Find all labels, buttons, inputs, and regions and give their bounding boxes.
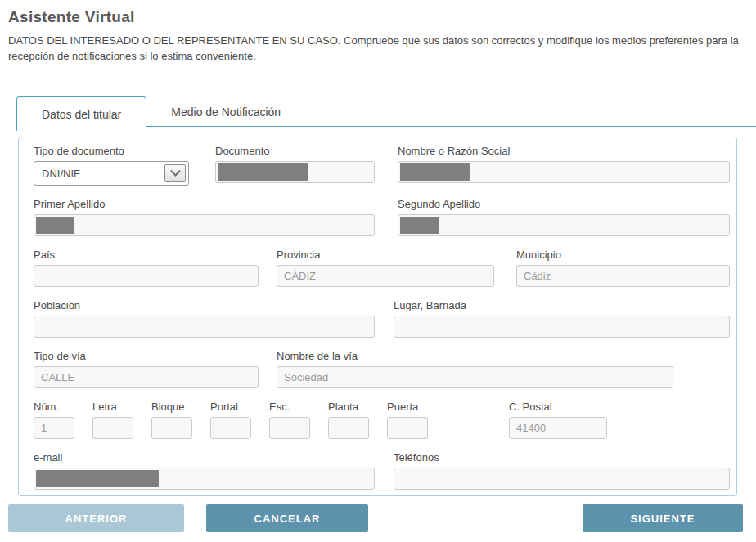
titular-form-panel: Tipo de documento DNI/NIF Documento Nomb… — [18, 137, 737, 496]
segundo-apellido-label: Segundo Apellido — [398, 198, 730, 210]
asistente-virtual-page: Asistente Virtual DATOS DEL INTERESADO O… — [0, 0, 756, 542]
lugar-barriada-field: Lugar, Barriada — [394, 299, 730, 338]
esc-label: Esc. — [269, 401, 310, 413]
form-row-4: Población Lugar, Barriada — [34, 299, 730, 338]
portal-input[interactable] — [210, 417, 251, 439]
municipio-label: Municipio — [516, 249, 730, 261]
tipo-documento-selected-value: DNI/NIF — [42, 168, 80, 180]
redaction-block — [36, 470, 159, 487]
pais-input[interactable] — [34, 265, 259, 287]
telefonos-field: Teléfonos — [394, 451, 730, 490]
portal-field: Portal — [210, 401, 251, 439]
form-row-6: Núm. Letra Bloque Portal Esc. Planta — [34, 401, 730, 439]
tipo-via-label: Tipo de vía — [34, 350, 259, 362]
municipio-field: Municipio — [516, 249, 730, 287]
telefonos-input[interactable] — [394, 468, 730, 490]
nombre-razon-social-field: Nombre o Razón Social — [398, 145, 730, 183]
bloque-label: Bloque — [151, 401, 192, 413]
bloque-input[interactable] — [151, 417, 192, 439]
redaction-block — [400, 217, 439, 234]
tipo-via-input[interactable] — [34, 366, 259, 388]
redaction-block — [400, 163, 470, 181]
num-field: Núm. — [34, 401, 74, 439]
anterior-button[interactable]: ANTERIOR — [8, 504, 184, 532]
portal-label: Portal — [210, 401, 251, 413]
lugar-barriada-input[interactable] — [394, 316, 730, 338]
provincia-input[interactable] — [277, 265, 494, 287]
segundo-apellido-field: Segundo Apellido — [398, 198, 730, 236]
telefonos-label: Teléfonos — [394, 451, 730, 464]
num-label: Núm. — [34, 401, 74, 413]
segundo-apellido-input[interactable] — [398, 214, 730, 236]
bloque-field: Bloque — [151, 401, 192, 439]
lugar-barriada-label: Lugar, Barriada — [394, 299, 730, 311]
nombre-via-field: Nombre de la vía — [277, 350, 673, 388]
email-label: e-mail — [34, 451, 375, 464]
poblacion-input[interactable] — [34, 316, 375, 338]
nombre-razon-social-label: Nombre o Razón Social — [398, 145, 730, 157]
tipo-documento-select[interactable]: DNI/NIF — [34, 161, 189, 186]
chevron-down-icon[interactable] — [164, 164, 186, 182]
municipio-input[interactable] — [516, 265, 730, 287]
puerta-field: Puerta — [387, 401, 428, 439]
tab-label: Datos del titular — [42, 108, 121, 121]
documento-input[interactable] — [215, 161, 375, 183]
provincia-field: Provincia — [277, 249, 494, 287]
c-postal-label: C. Postal — [509, 401, 607, 413]
puerta-input[interactable] — [387, 417, 428, 439]
siguiente-button[interactable]: SIGUIENTE — [583, 504, 743, 532]
c-postal-input[interactable] — [509, 417, 607, 439]
email-input[interactable] — [34, 468, 375, 490]
form-row-5: Tipo de vía Nombre de la vía — [34, 350, 730, 388]
redaction-block — [36, 217, 74, 234]
tipo-documento-label: Tipo de documento — [34, 145, 189, 157]
esc-field: Esc. — [269, 401, 310, 439]
footer-button-bar: ANTERIOR CANCELAR SIGUIENTE — [0, 504, 756, 532]
nombre-razon-social-input[interactable] — [398, 161, 730, 183]
documento-label: Documento — [215, 145, 375, 157]
letra-label: Letra — [92, 401, 133, 413]
planta-field: Planta — [328, 401, 369, 439]
planta-label: Planta — [328, 401, 369, 413]
letra-input[interactable] — [92, 417, 133, 439]
poblacion-field: Población — [34, 299, 375, 338]
redaction-block — [218, 163, 308, 181]
tipo-via-field: Tipo de vía — [34, 350, 259, 388]
form-row-2: Primer Apellido Segundo Apellido — [34, 198, 730, 236]
nombre-via-label: Nombre de la vía — [277, 350, 673, 362]
primer-apellido-input[interactable] — [34, 214, 375, 236]
email-field: e-mail — [34, 451, 375, 490]
tab-bar: Datos del titular Medio de Notificación — [16, 96, 756, 127]
documento-field: Documento — [215, 145, 375, 183]
page-title: Asistente Virtual — [8, 8, 135, 26]
c-postal-field: C. Postal — [509, 401, 607, 439]
tab-label: Medio de Notificación — [171, 105, 281, 119]
pais-label: País — [34, 249, 259, 261]
form-row-7: e-mail Teléfonos — [34, 451, 730, 490]
num-input[interactable] — [34, 417, 74, 439]
primer-apellido-label: Primer Apellido — [34, 198, 375, 210]
page-description: DATOS DEL INTERESADO O DEL REPRESENTANTE… — [8, 33, 749, 64]
form-row-3: País Provincia Municipio — [34, 249, 730, 287]
tipo-documento-field: Tipo de documento DNI/NIF — [34, 145, 189, 186]
letra-field: Letra — [92, 401, 133, 439]
poblacion-label: Población — [34, 299, 375, 311]
provincia-label: Provincia — [277, 249, 494, 261]
tab-datos-del-titular[interactable]: Datos del titular — [16, 96, 146, 131]
esc-input[interactable] — [269, 417, 310, 439]
form-row-1: Tipo de documento DNI/NIF Documento Nomb… — [34, 145, 730, 186]
tab-medio-de-notificacion[interactable]: Medio de Notificación — [146, 96, 305, 126]
puerta-label: Puerta — [387, 401, 428, 413]
nombre-via-input[interactable] — [277, 366, 673, 388]
primer-apellido-field: Primer Apellido — [34, 198, 375, 236]
cancelar-button[interactable]: CANCELAR — [206, 504, 368, 532]
planta-input[interactable] — [328, 417, 369, 439]
pais-field: País — [34, 249, 259, 287]
